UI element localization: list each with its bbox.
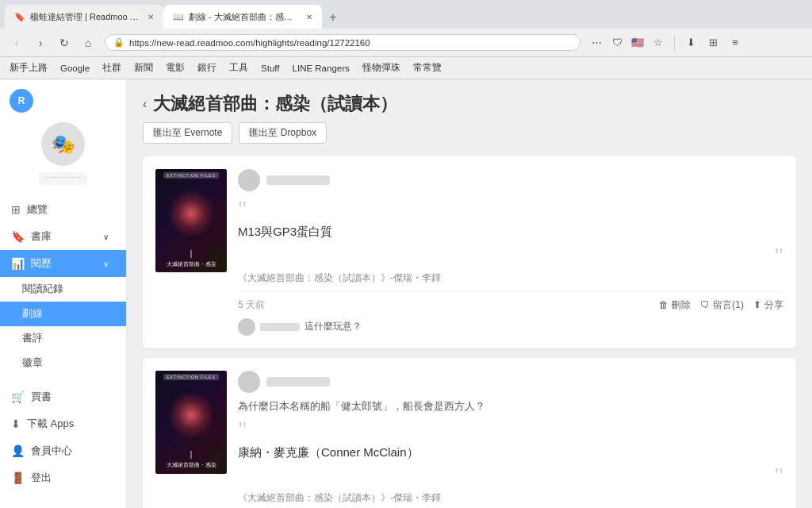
- user-row-2: [238, 371, 783, 393]
- sidebar-item-label-browse: 總覽: [27, 202, 48, 217]
- chevron-history: ∨: [103, 260, 109, 268]
- app-container: R 🎭 ··············· ⊞ 總覽 🔖 書庫 ∨: [0, 79, 812, 508]
- tab-inactive-1[interactable]: 🔖 楊蛙達結管理 | Readmoo 讀墨… ✕: [5, 5, 163, 29]
- quote-open-1: ": [238, 198, 783, 220]
- share-action-1[interactable]: ⬆ 分享: [753, 298, 783, 312]
- highlight-text-2: 康納・麥克廉（Conner McClain）: [238, 444, 783, 462]
- sidebar-toggle[interactable]: ⊞: [703, 33, 722, 52]
- sidebar-item-buy[interactable]: 🛒 買書: [0, 383, 126, 410]
- sidebar-sub-badges[interactable]: 徽章: [0, 351, 126, 375]
- history-icon: 📊: [11, 257, 25, 270]
- chevron-library: ∨: [103, 233, 109, 241]
- main-content: ‹ 大滅絕首部曲：感染（試讀本） 匯出至 Evernote 匯出至 Dropbo…: [127, 79, 812, 508]
- browse-icon: ⊞: [11, 203, 21, 216]
- star-icon[interactable]: ☆: [649, 33, 668, 52]
- export-buttons: 匯出至 Evernote 匯出至 Dropbox: [143, 122, 796, 144]
- export-evernote-button[interactable]: 匯出至 Evernote: [143, 122, 232, 144]
- download-apps-icon: ⬇: [11, 418, 21, 430]
- quote-close-1: ": [238, 244, 783, 267]
- bookmark-xinshoushangluo[interactable]: 新手上路: [6, 60, 51, 75]
- tab-close-1[interactable]: ✕: [147, 13, 154, 21]
- sidebar-nav: ⊞ 總覽 🔖 書庫 ∨ 📊 閱歷 ∨ 閱讀紀錄 劃線 書評: [0, 194, 126, 377]
- page-title: 大滅絕首部曲：感染（試讀本）: [153, 92, 397, 116]
- tab-bar: 🔖 楊蛙達結管理 | Readmoo 讀墨… ✕ 📖 劃線 - 大滅絕首部曲：感…: [0, 0, 812, 29]
- delete-icon-1: 🗑: [659, 299, 668, 310]
- bookmark-browse[interactable]: 常常覽: [410, 60, 445, 75]
- sidebar-item-member[interactable]: 👤 會員中心: [0, 437, 126, 464]
- comment-icon-1: 🗨: [700, 299, 710, 310]
- back-arrow[interactable]: ‹: [143, 97, 147, 111]
- browser-chrome: 🔖 楊蛙達結管理 | Readmoo 讀墨… ✕ 📖 劃線 - 大滅絕首部曲：感…: [0, 0, 812, 79]
- bookmark-google[interactable]: Google: [57, 62, 93, 75]
- bookmark-xinwen[interactable]: 新聞: [131, 60, 156, 75]
- card-content-1: " M13與GP3蛋白質 " 《大滅絕首部曲：感染（試讀本）》-傑瑞・李鐸 5 …: [238, 169, 783, 336]
- card-content-2: 為什麼日本名稱的船「健太郎號」，船長會是西方人？ " 康納・麥克廉（Conner…: [238, 371, 783, 509]
- back-button[interactable]: ‹: [6, 33, 27, 53]
- tab-active-2[interactable]: 📖 劃線 - 大滅絕首部曲：感染（試… ✕: [163, 5, 322, 29]
- book-ref-1: 《大滅絕首部曲：感染（試讀本）》-傑瑞・李鐸: [238, 271, 783, 285]
- sidebar-item-browse[interactable]: ⊞ 總覽: [0, 196, 126, 223]
- sidebar-item-library[interactable]: 🔖 書庫 ∨: [0, 223, 126, 250]
- book-cover-2: EXTINCTION FILES I 大滅絕首部曲・感染: [155, 371, 227, 474]
- book-cover-1: EXTINCTION FILES I 大滅絕首部曲・感染: [155, 169, 227, 272]
- comment-avatar-1: [238, 318, 255, 336]
- book-title-1: 大滅絕首部曲・感染: [167, 260, 216, 267]
- user-name-bar-2: [266, 377, 330, 387]
- quote-open-2: ": [238, 418, 783, 441]
- flag-icon: 🇺🇸: [628, 33, 647, 52]
- comment-action-1[interactable]: 🗨 留言(1): [700, 298, 744, 312]
- username-placeholder: ···············: [39, 172, 88, 185]
- menu-btn[interactable]: ≡: [726, 33, 745, 52]
- bookmark-dianying[interactable]: 電影: [163, 60, 188, 75]
- export-dropbox-button[interactable]: 匯出至 Dropbox: [239, 122, 327, 144]
- url-text: https://new-read.readmoo.com/highlights/…: [129, 38, 572, 48]
- reload-button[interactable]: ↻: [54, 33, 75, 53]
- tab-close-2[interactable]: ✕: [306, 13, 312, 21]
- bookmark-line-rangers[interactable]: LINE Rangers: [289, 62, 353, 75]
- sidebar-item-download-apps[interactable]: ⬇ 下載 Apps: [0, 410, 126, 437]
- share-icon-1: ⬆: [753, 299, 761, 310]
- home-button[interactable]: ⌂: [78, 33, 98, 53]
- bookmark-stuff[interactable]: Stuff: [258, 62, 282, 75]
- library-icon: 🔖: [11, 230, 25, 243]
- sidebar-sub-highlights[interactable]: 劃線: [0, 302, 126, 326]
- sidebar-sub-reading-history[interactable]: 閱讀紀錄: [0, 277, 126, 302]
- user-avatar: 🎭: [41, 122, 85, 166]
- bookmark-yinhang[interactable]: 銀行: [194, 60, 220, 75]
- book-number-1: I: [190, 248, 193, 260]
- quote-close-2: ": [238, 464, 783, 487]
- book-ref-2: 《大滅絕首部曲：感染（試讀本）》-傑瑞・李鐸: [238, 491, 783, 505]
- book-title-2: 大滅絕首部曲・感染: [167, 461, 216, 468]
- comment-preview-1: 這什麼玩意？: [238, 318, 783, 336]
- address-bar[interactable]: 🔒 https://new-read.readmoo.com/highlight…: [105, 34, 580, 51]
- sidebar-sub-reviews[interactable]: 書評: [0, 326, 126, 351]
- bookmark-gongju[interactable]: 工具: [226, 60, 251, 75]
- highlight-card-2: EXTINCTION FILES I 大滅絕首部曲・感染 為什麼日本名稱的船「健…: [143, 358, 796, 509]
- bookmarks-bar: 新手上路 Google 社群 新聞 電影 銀行 工具 Stuff LINE Ra…: [0, 57, 812, 79]
- sidebar: R 🎭 ··············· ⊞ 總覽 🔖 書庫 ∨: [0, 79, 127, 508]
- intro-text-2: 為什麼日本名稱的船「健太郎號」，船長會是西方人？: [238, 399, 783, 414]
- user-avatar-sm-2: [238, 371, 260, 393]
- sidebar-item-logout[interactable]: 🚪 登出: [0, 464, 126, 491]
- new-tab-button[interactable]: +: [322, 6, 344, 29]
- forward-button[interactable]: ›: [30, 33, 51, 53]
- download-icon[interactable]: ⬇: [681, 33, 700, 52]
- logout-icon: 🚪: [11, 471, 25, 484]
- sidebar-item-label-history: 閱歷: [31, 256, 52, 271]
- nav-actions: ⋯ 🛡 🇺🇸 ☆: [587, 33, 668, 52]
- book-series-badge-2: EXTINCTION FILES: [163, 374, 219, 380]
- extensions-btn[interactable]: ⋯: [587, 33, 606, 52]
- delete-action-1[interactable]: 🗑 刪除: [659, 298, 691, 312]
- bookmark-monster[interactable]: 怪物彈珠: [359, 60, 404, 75]
- card-footer-1: 5 天前 🗑 刪除 🗨 留言(1) ⬆ 分享: [238, 291, 783, 312]
- sidebar-item-history[interactable]: 📊 閱歷 ∨: [0, 250, 126, 277]
- sidebar-logo: R: [0, 79, 126, 122]
- book-number-2: I: [190, 448, 193, 461]
- bookmark-shequn[interactable]: 社群: [99, 60, 124, 75]
- shield-icon: 🛡: [607, 33, 626, 52]
- book-series-badge-1: EXTINCTION FILES: [163, 172, 219, 179]
- highlight-card-1: EXTINCTION FILES I 大滅絕首部曲・感染 " M13與GP3蛋白…: [143, 156, 796, 348]
- comment-name-bar-1: [260, 323, 300, 331]
- card-time-1: 5 天前: [238, 298, 649, 312]
- sidebar-item-label-library: 書庫: [31, 229, 52, 244]
